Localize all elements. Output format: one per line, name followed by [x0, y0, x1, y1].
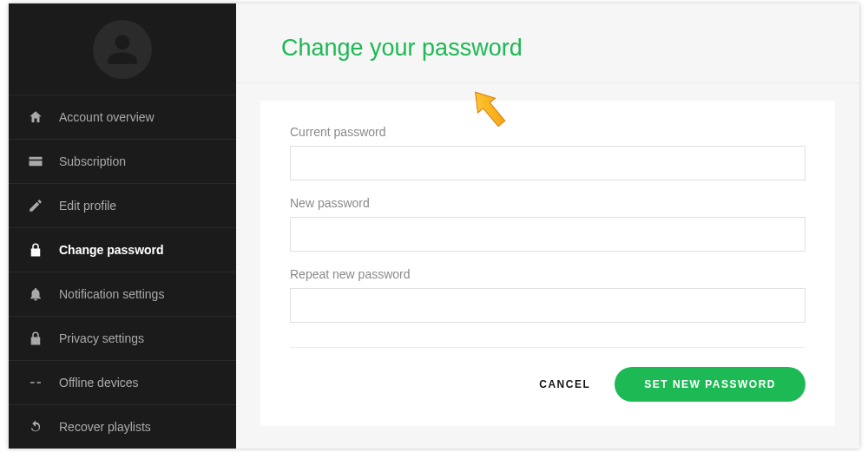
sidebar-item-recover-playlists[interactable]: Recover playlists — [9, 405, 236, 449]
user-icon — [105, 32, 140, 67]
repeat-password-input[interactable] — [290, 288, 806, 323]
refresh-icon — [28, 419, 43, 435]
sidebar-item-label: Account overview — [59, 110, 155, 124]
sidebar-item-label: Offline devices — [59, 376, 139, 390]
page-title: Change your password — [236, 3, 859, 83]
new-password-field: New password — [290, 196, 806, 252]
current-password-field: Current password — [290, 125, 806, 180]
pencil-icon — [28, 198, 43, 213]
repeat-password-label: Repeat new password — [290, 267, 806, 281]
sidebar-item-edit-profile[interactable]: Edit profile — [9, 184, 236, 228]
set-new-password-button[interactable]: SET NEW PASSWORD — [615, 367, 806, 402]
sidebar-item-label: Change password — [59, 243, 164, 257]
sidebar-item-subscription[interactable]: Subscription — [9, 140, 236, 184]
sidebar-item-label: Privacy settings — [59, 331, 144, 345]
form-divider — [290, 347, 806, 348]
form-actions: CANCEL SET NEW PASSWORD — [290, 367, 806, 409]
lock-icon — [28, 242, 43, 258]
sidebar-item-label: Recover playlists — [59, 420, 151, 434]
sidebar-item-account-overview[interactable]: Account overview — [9, 95, 236, 140]
home-icon — [28, 109, 43, 125]
current-password-input[interactable] — [290, 146, 806, 180]
sidebar-item-offline-devices[interactable]: Offline devices — [9, 361, 236, 405]
sidebar-item-label: Subscription — [59, 154, 126, 168]
sidebar-item-notification-settings[interactable]: Notification settings — [9, 272, 236, 317]
cancel-button[interactable]: CANCEL — [539, 378, 590, 390]
password-form-card: Current password New password Repeat new… — [260, 101, 835, 426]
repeat-password-field: Repeat new password — [290, 267, 806, 323]
sidebar-item-label: Notification settings — [59, 287, 164, 301]
app-frame: Account overview Subscription Edit profi… — [9, 3, 859, 449]
devices-icon — [28, 375, 43, 390]
sidebar-item-privacy-settings[interactable]: Privacy settings — [9, 317, 236, 361]
bell-icon — [28, 286, 43, 302]
card-icon — [28, 154, 43, 169]
new-password-label: New password — [290, 196, 806, 210]
current-password-label: Current password — [290, 125, 806, 139]
sidebar: Account overview Subscription Edit profi… — [9, 3, 236, 449]
lock-icon — [28, 331, 43, 346]
sidebar-item-label: Edit profile — [59, 199, 116, 213]
avatar-area — [9, 3, 236, 95]
main-content: Change your password Current password Ne… — [236, 3, 859, 449]
sidebar-item-change-password[interactable]: Change password — [9, 228, 236, 272]
avatar[interactable] — [93, 20, 152, 79]
new-password-input[interactable] — [290, 217, 806, 252]
